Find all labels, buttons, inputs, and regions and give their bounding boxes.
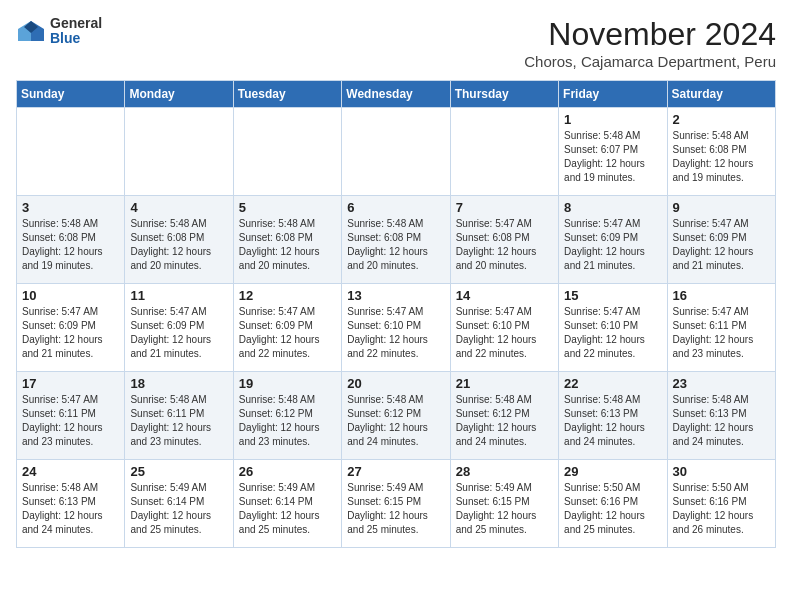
- day-cell: 21Sunrise: 5:48 AM Sunset: 6:12 PM Dayli…: [450, 372, 558, 460]
- day-cell: 22Sunrise: 5:48 AM Sunset: 6:13 PM Dayli…: [559, 372, 667, 460]
- day-cell: 2Sunrise: 5:48 AM Sunset: 6:08 PM Daylig…: [667, 108, 775, 196]
- day-info: Sunrise: 5:48 AM Sunset: 6:11 PM Dayligh…: [130, 393, 227, 449]
- day-number: 21: [456, 376, 553, 391]
- day-info: Sunrise: 5:47 AM Sunset: 6:09 PM Dayligh…: [130, 305, 227, 361]
- day-cell: [342, 108, 450, 196]
- day-number: 4: [130, 200, 227, 215]
- day-info: Sunrise: 5:47 AM Sunset: 6:11 PM Dayligh…: [22, 393, 119, 449]
- day-number: 17: [22, 376, 119, 391]
- day-info: Sunrise: 5:48 AM Sunset: 6:13 PM Dayligh…: [673, 393, 770, 449]
- weekday-row: SundayMondayTuesdayWednesdayThursdayFrid…: [17, 81, 776, 108]
- day-cell: 27Sunrise: 5:49 AM Sunset: 6:15 PM Dayli…: [342, 460, 450, 548]
- day-cell: [450, 108, 558, 196]
- weekday-header-sunday: Sunday: [17, 81, 125, 108]
- day-cell: 7Sunrise: 5:47 AM Sunset: 6:08 PM Daylig…: [450, 196, 558, 284]
- day-number: 28: [456, 464, 553, 479]
- logo-general-text: General: [50, 16, 102, 31]
- day-cell: 20Sunrise: 5:48 AM Sunset: 6:12 PM Dayli…: [342, 372, 450, 460]
- weekday-header-tuesday: Tuesday: [233, 81, 341, 108]
- day-info: Sunrise: 5:48 AM Sunset: 6:08 PM Dayligh…: [673, 129, 770, 185]
- day-cell: 23Sunrise: 5:48 AM Sunset: 6:13 PM Dayli…: [667, 372, 775, 460]
- day-info: Sunrise: 5:48 AM Sunset: 6:08 PM Dayligh…: [130, 217, 227, 273]
- weekday-header-thursday: Thursday: [450, 81, 558, 108]
- week-row-4: 17Sunrise: 5:47 AM Sunset: 6:11 PM Dayli…: [17, 372, 776, 460]
- day-info: Sunrise: 5:50 AM Sunset: 6:16 PM Dayligh…: [673, 481, 770, 537]
- day-cell: [125, 108, 233, 196]
- day-info: Sunrise: 5:48 AM Sunset: 6:12 PM Dayligh…: [456, 393, 553, 449]
- day-cell: 12Sunrise: 5:47 AM Sunset: 6:09 PM Dayli…: [233, 284, 341, 372]
- day-info: Sunrise: 5:47 AM Sunset: 6:08 PM Dayligh…: [456, 217, 553, 273]
- logo: General Blue: [16, 16, 102, 47]
- day-number: 27: [347, 464, 444, 479]
- day-number: 29: [564, 464, 661, 479]
- week-row-5: 24Sunrise: 5:48 AM Sunset: 6:13 PM Dayli…: [17, 460, 776, 548]
- weekday-header-wednesday: Wednesday: [342, 81, 450, 108]
- day-number: 13: [347, 288, 444, 303]
- day-cell: 13Sunrise: 5:47 AM Sunset: 6:10 PM Dayli…: [342, 284, 450, 372]
- day-info: Sunrise: 5:48 AM Sunset: 6:08 PM Dayligh…: [239, 217, 336, 273]
- day-info: Sunrise: 5:48 AM Sunset: 6:07 PM Dayligh…: [564, 129, 661, 185]
- day-cell: 1Sunrise: 5:48 AM Sunset: 6:07 PM Daylig…: [559, 108, 667, 196]
- day-number: 15: [564, 288, 661, 303]
- day-number: 30: [673, 464, 770, 479]
- weekday-header-saturday: Saturday: [667, 81, 775, 108]
- day-number: 23: [673, 376, 770, 391]
- day-number: 3: [22, 200, 119, 215]
- day-info: Sunrise: 5:47 AM Sunset: 6:09 PM Dayligh…: [673, 217, 770, 273]
- day-cell: 17Sunrise: 5:47 AM Sunset: 6:11 PM Dayli…: [17, 372, 125, 460]
- day-number: 16: [673, 288, 770, 303]
- day-number: 26: [239, 464, 336, 479]
- day-info: Sunrise: 5:47 AM Sunset: 6:11 PM Dayligh…: [673, 305, 770, 361]
- logo-text: General Blue: [50, 16, 102, 47]
- day-number: 24: [22, 464, 119, 479]
- day-cell: 4Sunrise: 5:48 AM Sunset: 6:08 PM Daylig…: [125, 196, 233, 284]
- day-info: Sunrise: 5:48 AM Sunset: 6:12 PM Dayligh…: [239, 393, 336, 449]
- day-cell: 26Sunrise: 5:49 AM Sunset: 6:14 PM Dayli…: [233, 460, 341, 548]
- day-number: 11: [130, 288, 227, 303]
- day-number: 18: [130, 376, 227, 391]
- day-number: 22: [564, 376, 661, 391]
- day-number: 12: [239, 288, 336, 303]
- day-info: Sunrise: 5:48 AM Sunset: 6:12 PM Dayligh…: [347, 393, 444, 449]
- day-cell: [17, 108, 125, 196]
- day-number: 8: [564, 200, 661, 215]
- day-cell: 11Sunrise: 5:47 AM Sunset: 6:09 PM Dayli…: [125, 284, 233, 372]
- day-number: 7: [456, 200, 553, 215]
- day-cell: 15Sunrise: 5:47 AM Sunset: 6:10 PM Dayli…: [559, 284, 667, 372]
- day-number: 19: [239, 376, 336, 391]
- logo-icon: [16, 19, 46, 43]
- day-cell: 30Sunrise: 5:50 AM Sunset: 6:16 PM Dayli…: [667, 460, 775, 548]
- day-info: Sunrise: 5:47 AM Sunset: 6:10 PM Dayligh…: [347, 305, 444, 361]
- day-cell: 28Sunrise: 5:49 AM Sunset: 6:15 PM Dayli…: [450, 460, 558, 548]
- day-cell: 19Sunrise: 5:48 AM Sunset: 6:12 PM Dayli…: [233, 372, 341, 460]
- day-cell: 24Sunrise: 5:48 AM Sunset: 6:13 PM Dayli…: [17, 460, 125, 548]
- day-cell: 8Sunrise: 5:47 AM Sunset: 6:09 PM Daylig…: [559, 196, 667, 284]
- calendar-table: SundayMondayTuesdayWednesdayThursdayFrid…: [16, 80, 776, 548]
- day-cell: 29Sunrise: 5:50 AM Sunset: 6:16 PM Dayli…: [559, 460, 667, 548]
- week-row-3: 10Sunrise: 5:47 AM Sunset: 6:09 PM Dayli…: [17, 284, 776, 372]
- day-cell: 9Sunrise: 5:47 AM Sunset: 6:09 PM Daylig…: [667, 196, 775, 284]
- month-title: November 2024: [524, 16, 776, 53]
- day-number: 5: [239, 200, 336, 215]
- day-number: 10: [22, 288, 119, 303]
- day-info: Sunrise: 5:49 AM Sunset: 6:15 PM Dayligh…: [347, 481, 444, 537]
- location-title: Choros, Cajamarca Department, Peru: [524, 53, 776, 70]
- day-cell: 5Sunrise: 5:48 AM Sunset: 6:08 PM Daylig…: [233, 196, 341, 284]
- day-number: 20: [347, 376, 444, 391]
- day-info: Sunrise: 5:47 AM Sunset: 6:09 PM Dayligh…: [22, 305, 119, 361]
- day-cell: 25Sunrise: 5:49 AM Sunset: 6:14 PM Dayli…: [125, 460, 233, 548]
- header: General Blue November 2024 Choros, Cajam…: [16, 16, 776, 70]
- calendar-body: 1Sunrise: 5:48 AM Sunset: 6:07 PM Daylig…: [17, 108, 776, 548]
- day-info: Sunrise: 5:47 AM Sunset: 6:09 PM Dayligh…: [239, 305, 336, 361]
- day-info: Sunrise: 5:47 AM Sunset: 6:09 PM Dayligh…: [564, 217, 661, 273]
- day-info: Sunrise: 5:49 AM Sunset: 6:14 PM Dayligh…: [239, 481, 336, 537]
- day-number: 25: [130, 464, 227, 479]
- weekday-header-friday: Friday: [559, 81, 667, 108]
- day-info: Sunrise: 5:47 AM Sunset: 6:10 PM Dayligh…: [564, 305, 661, 361]
- week-row-1: 1Sunrise: 5:48 AM Sunset: 6:07 PM Daylig…: [17, 108, 776, 196]
- day-number: 6: [347, 200, 444, 215]
- day-cell: 6Sunrise: 5:48 AM Sunset: 6:08 PM Daylig…: [342, 196, 450, 284]
- week-row-2: 3Sunrise: 5:48 AM Sunset: 6:08 PM Daylig…: [17, 196, 776, 284]
- day-info: Sunrise: 5:49 AM Sunset: 6:15 PM Dayligh…: [456, 481, 553, 537]
- day-info: Sunrise: 5:48 AM Sunset: 6:08 PM Dayligh…: [22, 217, 119, 273]
